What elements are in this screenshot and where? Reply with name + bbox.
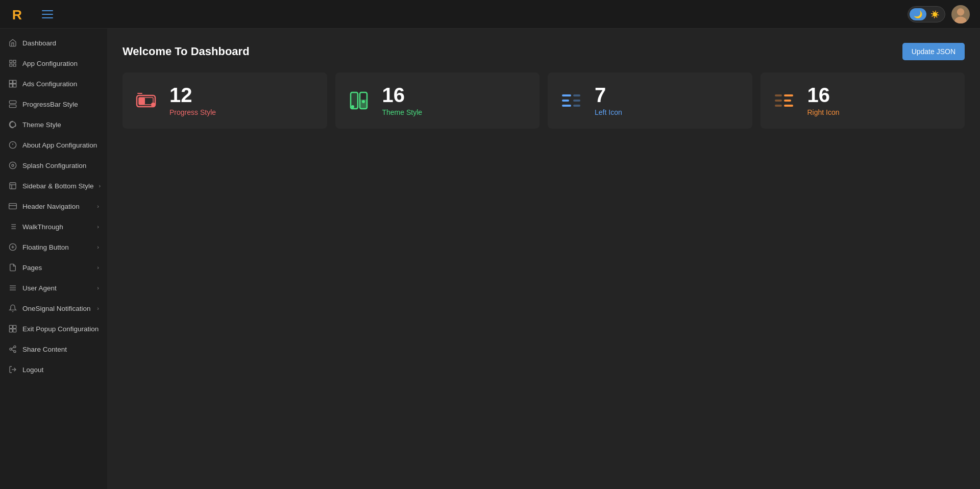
user-avatar[interactable] (951, 5, 970, 23)
sidebar-item-label: User Agent (22, 284, 92, 292)
sidebar-item-label: ProgressBar Style (22, 101, 99, 108)
svg-rect-62 (573, 100, 580, 102)
svg-rect-68 (784, 100, 791, 102)
grid-small-icon (8, 79, 17, 88)
update-json-button[interactable]: Update JSON (902, 43, 965, 60)
svg-point-43 (10, 348, 12, 350)
sidebar-item-ads-configuration[interactable]: Ads Configuration (0, 74, 107, 94)
svg-rect-6 (13, 64, 16, 66)
sidebar-item-share-content[interactable]: Share Content (0, 339, 107, 359)
sidebar-item-onesignal-notification[interactable]: OneSignal Notification › (0, 298, 107, 319)
sidebar-item-app-configuration[interactable]: App Configuration (0, 53, 107, 74)
svg-rect-58 (562, 94, 571, 96)
logout-icon (8, 365, 17, 374)
file-icon (8, 263, 17, 272)
svg-line-46 (12, 347, 14, 349)
svg-rect-7 (10, 64, 12, 66)
sidebar-item-label: Dashboard (22, 39, 99, 47)
svg-rect-24 (9, 204, 17, 209)
theme-toggle: 🌙 ☀️ (908, 6, 945, 22)
chevron-right-icon: › (97, 305, 99, 311)
stat-number: 16 (807, 85, 840, 105)
svg-line-45 (12, 350, 14, 351)
list-icon (8, 222, 17, 231)
stat-info: 12 Progress Style (169, 85, 216, 116)
svg-point-42 (14, 346, 16, 348)
share-icon (8, 345, 17, 354)
stat-card-progress-style: 12 Progress Style (122, 72, 327, 129)
dark-mode-button[interactable]: 🌙 (910, 8, 926, 20)
light-mode-button[interactable]: ☀️ (926, 8, 943, 20)
svg-rect-38 (9, 325, 12, 328)
sidebar-item-label: Logout (22, 366, 99, 374)
svg-rect-13 (9, 105, 16, 107)
credit-card-icon (8, 202, 17, 211)
sidebar-item-label: App Configuration (22, 60, 99, 67)
hamburger-button[interactable] (40, 8, 55, 20)
left-icon-icon (558, 87, 584, 114)
svg-rect-5 (13, 60, 16, 63)
sidebar-item-label: Splash Configuration (22, 162, 99, 169)
sidebar-item-label: Floating Button (22, 243, 92, 251)
sidebar-item-theme-style[interactable]: Theme Style (0, 114, 107, 135)
svg-rect-66 (775, 105, 782, 107)
svg-rect-60 (562, 105, 571, 107)
sidebar: Dashboard App Configuration Ads Configur… (0, 29, 107, 489)
sidebar-item-header-navigation[interactable]: Header Navigation › (0, 196, 107, 216)
svg-rect-4 (10, 60, 12, 63)
layout-icon (8, 181, 17, 190)
chevron-right-icon: › (97, 224, 99, 230)
svg-rect-61 (573, 94, 580, 96)
page-title: Welcome To Dashboard (122, 45, 250, 58)
sidebar-item-label: Ads Configuration (22, 80, 99, 88)
stat-label: Theme Style (382, 108, 423, 116)
stat-info: 16 Right Icon (807, 85, 840, 116)
svg-rect-21 (10, 183, 16, 189)
svg-rect-64 (775, 94, 782, 96)
sidebar-item-progressbar-style[interactable]: ProgressBar Style (0, 94, 107, 114)
svg-point-2 (957, 8, 964, 15)
sidebar-item-pages[interactable]: Pages › (0, 257, 107, 278)
sidebar-item-label: Header Navigation (22, 203, 92, 210)
stat-card-right-icon: 16 Right Icon (761, 72, 965, 129)
svg-rect-63 (573, 105, 580, 107)
sidebar-item-label: WalkThrough (22, 223, 92, 231)
sidebar-item-walkthrough[interactable]: WalkThrough › (0, 216, 107, 237)
chevron-right-icon: › (97, 264, 99, 271)
svg-rect-40 (9, 329, 12, 332)
sidebar-item-label: Share Content (22, 346, 99, 353)
bell-icon (8, 304, 17, 313)
stat-info: 16 Theme Style (382, 85, 423, 116)
app-logo: R (10, 5, 30, 24)
svg-point-51 (151, 103, 155, 107)
svg-point-44 (14, 351, 16, 353)
sidebar-item-floating-button[interactable]: Floating Button › (0, 237, 107, 257)
house-icon (8, 38, 17, 47)
svg-point-20 (12, 164, 14, 166)
stat-number: 12 (169, 85, 216, 105)
header-right: 🌙 ☀️ (908, 5, 970, 23)
sidebar-item-label: About App Configuration (22, 141, 99, 149)
stat-label: Left Icon (595, 108, 622, 116)
svg-rect-49 (139, 97, 145, 105)
svg-rect-12 (9, 101, 16, 103)
plus-icon (8, 242, 17, 252)
sidebar-item-exit-popup-configuration[interactable]: Exit Popup Configuration (0, 319, 107, 339)
chevron-right-icon: › (97, 203, 99, 209)
svg-rect-9 (13, 80, 16, 83)
sidebar-item-about-app-configuration[interactable]: About App Configuration (0, 135, 107, 155)
svg-rect-67 (784, 94, 793, 96)
sidebar-item-logout[interactable]: Logout (0, 359, 107, 380)
stat-info: 7 Left Icon (595, 85, 622, 116)
svg-point-57 (362, 100, 365, 103)
svg-rect-69 (784, 105, 793, 107)
chevron-right-icon: › (97, 244, 99, 250)
svg-point-19 (9, 162, 16, 168)
svg-rect-39 (13, 325, 16, 328)
header-left: R (10, 5, 55, 24)
stats-grid: 12 Progress Style 16 (122, 72, 965, 129)
sidebar-item-user-agent[interactable]: User Agent › (0, 278, 107, 298)
sidebar-item-splash-configuration[interactable]: Splash Configuration (0, 155, 107, 176)
sidebar-item-sidebar-bottom-style[interactable]: Sidebar & Bottom Style › (0, 176, 107, 196)
sidebar-item-dashboard[interactable]: Dashboard (0, 33, 107, 53)
